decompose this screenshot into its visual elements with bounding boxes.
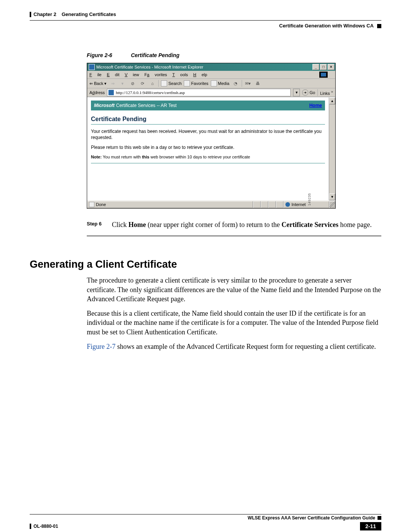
internet-icon [285, 202, 290, 207]
search-button[interactable]: Search [161, 80, 182, 86]
links-button[interactable]: Links » [320, 90, 333, 96]
body-para-3: Figure 2-7 shows an example of the Advan… [87, 342, 381, 351]
go-button[interactable]: ➜Go [302, 89, 315, 96]
menubar: File Edit View Favorites Tools Help [87, 71, 335, 79]
guide-title: WLSE Express AAA Server Certificate Conf… [248, 515, 375, 521]
search-icon [161, 80, 167, 86]
header-right: Certificate Generation with Windows CA [30, 23, 381, 29]
print-button[interactable]: 🖶 [254, 80, 262, 87]
scroll-track[interactable] [329, 104, 335, 193]
menu-favorites[interactable]: Favorites [145, 72, 167, 77]
heading-rule [91, 124, 325, 125]
dropdown-icon[interactable]: ▾ [119, 80, 126, 87]
section-end-rule [87, 235, 381, 236]
home-button[interactable]: ⌂ [148, 80, 156, 87]
page-heading: Certificate Pending [91, 116, 325, 123]
status-cell [276, 201, 284, 208]
figure-label: Figure 2-6 [87, 52, 129, 58]
scroll-up-icon[interactable]: ▲ [329, 97, 335, 104]
toolbar: ⇐ Back ▾ ⇒ ▾ ⊘ ⟳ ⌂ Search Favorites Medi… [87, 79, 335, 88]
address-box[interactable] [107, 89, 291, 96]
figure-caption: Figure 2-6 Certificate Pending [87, 52, 381, 58]
address-label: Address [89, 90, 105, 95]
content-para-2: Please return to this web site in a day … [91, 144, 325, 150]
menu-view[interactable]: View [125, 72, 139, 77]
running-header: Chapter 2 Generating Certificates [30, 11, 381, 17]
window-title: Microsoft Certificate Services - Microso… [96, 65, 312, 69]
history-button[interactable]: ◔ [232, 80, 239, 87]
resize-grip-icon[interactable] [329, 201, 335, 208]
stop-button[interactable]: ⊘ [129, 80, 136, 87]
toolbar-separator [317, 89, 318, 96]
favorites-icon [184, 80, 190, 86]
browser-window: Microsoft Certificate Services - Microso… [87, 63, 336, 209]
body-para-2: Because this is a client certificate, th… [87, 309, 381, 337]
section-heading: Generating a Client Certificate [30, 259, 381, 270]
titlebar[interactable]: Microsoft Certificate Services - Microso… [87, 63, 335, 71]
status-main: Done [87, 201, 253, 208]
toolbar-separator [158, 80, 159, 87]
note-rule [91, 163, 325, 163]
figure-id: 149235 [307, 193, 311, 206]
running-footer: WLSE Express AAA Server Certificate Conf… [30, 514, 381, 530]
address-bar: Address ▼ ➜Go Links » [87, 88, 335, 97]
status-zone: Internet [284, 201, 329, 208]
maximize-button[interactable]: □ [320, 64, 327, 70]
body-para-1: The procedure to generate a client certi… [87, 276, 381, 304]
toolbar-separator [242, 80, 242, 87]
address-dropdown-icon[interactable]: ▼ [293, 89, 300, 96]
service-brand: Microsoft [94, 103, 115, 108]
media-icon [211, 80, 217, 86]
status-cell [261, 201, 268, 208]
content-note: Note: You must return with this web brow… [91, 155, 325, 159]
header-rule [30, 20, 381, 21]
step-text: Click Home (near upper right corner of f… [112, 220, 372, 229]
scrollbar[interactable]: ▲ ▼ [329, 97, 335, 200]
chapter-label: Chapter 2 [33, 11, 56, 17]
favorites-button[interactable]: Favorites [184, 80, 208, 86]
status-bar: Done Internet [87, 200, 335, 208]
header-square-icon [377, 24, 381, 28]
service-title: Certificate Services -- AR Test [116, 103, 177, 108]
mail-button[interactable]: ✉▾ [244, 80, 252, 87]
footer-square-icon [378, 516, 381, 520]
zone-text: Internet [292, 202, 306, 207]
scroll-down-icon[interactable]: ▼ [329, 193, 335, 200]
page-number: 2-11 [360, 522, 381, 530]
doc-number: OL-8880-01 [33, 524, 58, 529]
service-header: Microsoft Certificate Services -- AR Tes… [91, 101, 325, 110]
go-icon: ➜ [302, 89, 308, 96]
ie-icon [89, 64, 95, 70]
close-button[interactable]: × [328, 64, 335, 70]
chapter-title: Generating Certificates [62, 11, 116, 17]
menu-tools[interactable]: Tools [172, 72, 188, 77]
menu-edit[interactable]: Edit [107, 72, 119, 77]
section-breadcrumb: Certificate Generation with Windows CA [279, 23, 374, 29]
back-button[interactable]: ⇐ Back ▾ [89, 81, 107, 86]
menu-file[interactable]: File [89, 72, 102, 77]
step-row: Step 6 Click Home (near upper right corn… [87, 220, 381, 229]
content-para-1: Your certificate request has been receiv… [91, 128, 325, 141]
home-link[interactable]: Home [309, 103, 322, 108]
refresh-button[interactable]: ⟳ [139, 80, 146, 87]
forward-button[interactable]: ⇒ [109, 80, 116, 87]
media-button[interactable]: Media [211, 80, 229, 86]
figure-title: Certificate Pending [131, 52, 180, 58]
footer-bar-icon [30, 524, 31, 529]
step-number: Step 6 [87, 220, 112, 229]
minimize-button[interactable]: _ [312, 64, 319, 70]
done-icon [89, 202, 94, 207]
browser-viewport: Microsoft Certificate Services -- AR Tes… [87, 97, 335, 200]
figure-xref-link[interactable]: Figure 2-7 [87, 343, 116, 350]
status-cell [253, 201, 261, 208]
menu-help[interactable]: Help [193, 72, 207, 77]
page-icon [108, 90, 114, 95]
address-input[interactable] [115, 90, 289, 95]
status-cell [268, 201, 276, 208]
status-text: Done [96, 202, 106, 207]
header-bar-icon [30, 12, 31, 17]
ie-logo-icon [319, 72, 328, 78]
